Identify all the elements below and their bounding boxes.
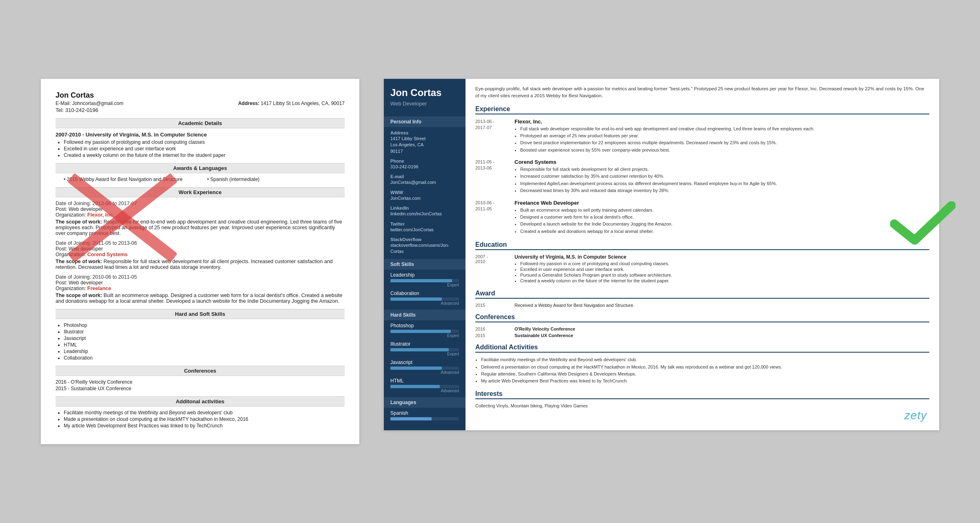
resume-left: Jon Cortas E-Mail: Johncortas@gmail.com … <box>41 79 359 444</box>
exp-date-1: 2013-06 -2017-07 <box>475 118 508 154</box>
right-main-content: Eye-poppingly prolific, full stack web d… <box>466 79 939 430</box>
exp-bullets-3: Built an ecommerce webapp to sell potty … <box>520 207 929 235</box>
skill-fill-javascript <box>390 367 442 370</box>
sidebar-field-twitter: Twitter twitter.com/JonCortas <box>384 218 466 234</box>
list-item: Created a weekly column on the future of… <box>64 152 345 158</box>
left-name: Jon Cortas <box>56 91 345 100</box>
sidebar-value-www: JonCortas.com <box>390 195 459 201</box>
left-award-1: • 2015 Webby Award for Best Navigation a… <box>64 177 183 182</box>
sidebar-soft-skills: Soft Skills <box>384 259 466 270</box>
left-skills-list: Photoshop Illustrator Javascript HTML Le… <box>64 322 345 361</box>
resume-right: Jon Cortas Web Developer Personal Info A… <box>384 79 939 430</box>
right-activities-list: Facilitate monthly meetings of the Webfi… <box>481 357 929 384</box>
skill-sublabel-javascript: Advanced <box>390 370 459 375</box>
section-education-title: Education <box>475 241 929 250</box>
section-awards: Awards & Languages <box>56 163 345 173</box>
edu-detail-1: University of Virginia, M.S. in Computer… <box>514 254 929 284</box>
sidebar-label-email: E-mail <box>390 174 459 179</box>
skill-sublabel-illustrator: Expert <box>390 352 459 356</box>
work-scope-2: The scope of work: Responsible for full … <box>56 259 345 270</box>
sidebar-field-email: E-mail JonCortas@gmail.com <box>384 171 466 186</box>
skill-track-javascript <box>390 367 459 370</box>
left-activities-list: Facilitate monthly meetings of the Webfi… <box>64 410 345 429</box>
work-post-2: Post: Web developer <box>56 246 345 252</box>
work-scope-3: The scope of work: Built an ecommerce we… <box>56 293 345 304</box>
skill-track-spanish <box>390 417 459 420</box>
sidebar-label-linkedin: LinkedIn <box>390 206 459 210</box>
list-item: Full stack web developer responsible for… <box>520 126 929 132</box>
left-edu-item: 2007-2010 - University of Virginia, M.S.… <box>56 132 345 158</box>
org-name-2: Corend Systems <box>87 252 128 257</box>
list-item: Delivered a presentation on cloud comput… <box>481 364 929 370</box>
work-org-3: Organization: Freelance <box>56 286 345 291</box>
page-container: Jon Cortas E-Mail: Johncortas@gmail.com … <box>41 79 939 444</box>
list-item: Created a weekly column on the future of… <box>520 278 929 283</box>
work-entry-2: Date of Joining: 2011-05 to 2013-06 Post… <box>56 240 345 270</box>
exp-bullets-2: Responsible for full stack web developme… <box>520 166 929 194</box>
exp-date-2: 2011-05 -2013-06 <box>475 159 508 195</box>
work-post-1: Post: Web developer <box>56 206 345 212</box>
section-award-title: Award <box>475 290 929 299</box>
right-title: Web Developer <box>384 101 466 113</box>
skill-label-photoshop: Photoshop <box>390 323 459 329</box>
list-item: Drove best practice implementation for 2… <box>520 140 929 146</box>
conf-item-1: 2016 - O'Reilly Velocity Conference <box>56 379 345 385</box>
skill-illustrator: Illustrator Expert <box>384 339 466 357</box>
conf-entry-2: 2015 Sustainable UX Conference <box>475 333 929 338</box>
award-text-1: 2015 Webby Award for Best Navigation and… <box>67 177 183 182</box>
skill-track-leadership <box>390 279 459 282</box>
exp-company-1: Flexor, Inc. <box>514 118 929 125</box>
skill-label-html: HTML <box>390 378 459 384</box>
exp-bullets-1: Full stack web developer responsible for… <box>520 126 929 154</box>
work-entry-3: Date of Joining: 2010-06 to 2011-05 Post… <box>56 274 345 304</box>
edu-entry-1: 2007 -2010 University of Virginia, M.S. … <box>475 254 929 284</box>
list-item: Javascript <box>64 335 345 341</box>
left-edu-bullets: Followed my passion of prototyping and c… <box>64 139 345 158</box>
sidebar-label-phone: Phone <box>390 159 459 163</box>
skill-fill-spanish <box>390 417 432 420</box>
work-entry-1: Date of Joining: 2013-06 to 2017-07 Post… <box>56 201 345 236</box>
exp-detail-2: Corend Systems Responsible for full stac… <box>514 159 929 195</box>
left-header: Jon Cortas E-Mail: Johncortas@gmail.com … <box>56 91 345 113</box>
left-address-label: Address: <box>238 101 259 106</box>
section-conferences-title: Conferences <box>475 313 929 322</box>
section-experience-title: Experience <box>475 105 929 114</box>
left-email: E-Mail: Johncortas@gmail.com <box>56 101 123 106</box>
left-address-value: 1417 Libby St Los Angeles, CA, 90017 <box>261 101 345 106</box>
conf-year-1: 2016 <box>475 326 508 331</box>
sidebar-value-address: 1417 Libby StreetLos Angeles, CA90117 <box>390 136 459 154</box>
skill-html: HTML Advanced <box>384 375 466 394</box>
skill-fill-illustrator <box>390 348 449 351</box>
sidebar-value-twitter: twitter.com/JonCortas <box>390 227 459 233</box>
org-name-3: Freelance <box>87 286 111 291</box>
list-item: My article Web Development Best Practice… <box>64 423 345 429</box>
conf-name-1: O'Reilly Velocity Conference <box>514 326 575 331</box>
skill-label-collaboration: Collaboration <box>390 291 459 296</box>
award-text-2: Spanish (intermediate) <box>210 177 260 182</box>
skill-track-photoshop <box>390 330 459 333</box>
list-item: Built an ecommerce webapp to sell potty … <box>520 207 929 213</box>
work-scope-1: The scope of work: Responsible for end-t… <box>56 219 345 236</box>
conf-name-2: Sustainable UX Conference <box>514 333 573 338</box>
list-item: Followed my passion in a core of prototy… <box>520 261 929 266</box>
work-date-1: Date of Joining: 2013-06 to 2017-07 <box>56 201 345 206</box>
section-conf: Conferences <box>56 366 345 376</box>
conf-entry-1: 2016 O'Reilly Velocity Conference <box>475 326 929 331</box>
zety-watermark: zety <box>904 409 927 422</box>
list-item: Excelled in user experience and user int… <box>520 267 929 272</box>
skill-collaboration: Collaboration Advanced <box>384 288 466 306</box>
skill-fill-leadership <box>390 279 452 282</box>
edu-bullets-1: Followed my passion in a core of prototy… <box>520 261 929 283</box>
work-org-1: Organization: Flexor, Inc. <box>56 212 345 218</box>
sidebar-label-www: WWW <box>390 190 459 195</box>
sidebar-field-phone: Phone 310-242-0196 <box>384 155 466 171</box>
left-awards-row: • 2015 Webby Award for Best Navigation a… <box>64 177 345 182</box>
skill-label-spanish: Spanish <box>390 410 459 416</box>
skill-leadership: Leadership Expert <box>384 270 466 288</box>
sidebar-value-stackoverflow: stackoverflow.com/users/Jon-Cortas <box>390 242 459 255</box>
skill-label-leadership: Leadership <box>390 272 459 278</box>
org-name-1: Flexor, Inc. <box>87 212 114 218</box>
skill-sublabel-collaboration: Advanced <box>390 301 459 306</box>
list-item: Designed a customer web form for a local… <box>520 214 929 220</box>
exp-entry-1: 2013-06 -2017-07 Flexor, Inc. Full stack… <box>475 118 929 154</box>
